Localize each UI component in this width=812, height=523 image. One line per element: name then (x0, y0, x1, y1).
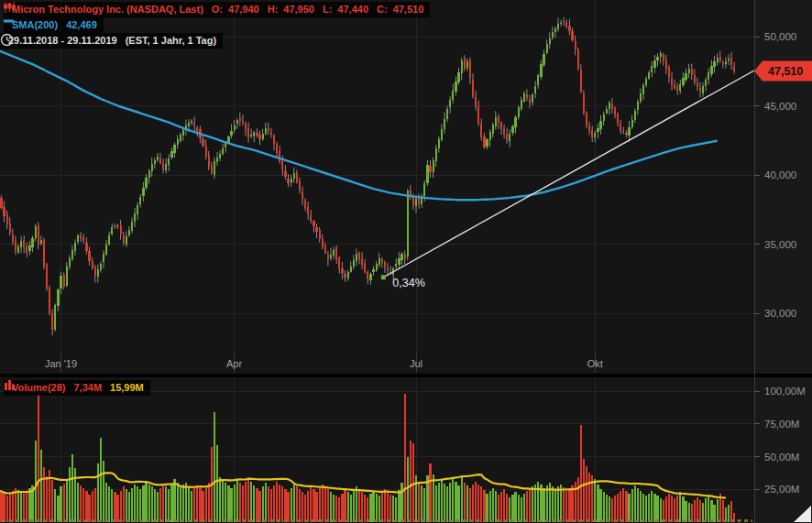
time-tick-label: Okt (587, 358, 603, 369)
volume-tick-label: 25,00M (764, 484, 799, 495)
price-tick-label: 45,000 (764, 101, 796, 112)
last-price-tag[interactable]: 47,510 (754, 61, 812, 82)
timerange-detail: (EST, 1 Jahr, 1 Tag) (126, 34, 216, 47)
open-value: 47,940 (228, 3, 259, 16)
chart-canvas[interactable]: 0,34%Jan '19AprJulOkt50,00045,00040,0003… (0, 0, 812, 523)
volume-legend[interactable]: Volume(28) 7,34M 15,99M (4, 380, 150, 396)
price-tick-label: 30,000 (764, 308, 796, 319)
symbol-legend[interactable]: Micron Technology Inc. (NASDAQ, Last) O:… (4, 2, 430, 17)
sma-label: SMA(200) (12, 18, 58, 31)
price-tick-label: 40,000 (764, 169, 796, 180)
price-plot-area[interactable] (0, 0, 754, 353)
volume-tick-label: 75,00M (764, 419, 799, 430)
timerange-selector[interactable]: 29.11.2018 - 29.11.2019 (EST, 1 Jahr, 1 … (0, 33, 223, 49)
price-tick-label: 50,000 (764, 31, 796, 42)
chart-window: 0,34%Jan '19AprJulOkt50,00045,00040,0003… (0, 0, 812, 523)
open-label: O: (212, 3, 223, 16)
volume-tick-label: 50,00M (764, 452, 799, 463)
last-price-value: 47,510 (768, 65, 803, 78)
pane-divider[interactable] (0, 374, 812, 377)
time-tick-label: Apr (226, 358, 242, 369)
sma-value: 42,469 (66, 18, 97, 31)
sma-legend[interactable]: SMA(200) 42,469 (4, 17, 104, 33)
close-value: 47,510 (393, 3, 424, 16)
high-value: 47,950 (283, 3, 314, 16)
high-label: H: (268, 3, 279, 16)
volume-current-value: 7,34M (73, 381, 102, 394)
time-tick-label: Jul (410, 358, 422, 369)
symbol-title: Micron Technology Inc. (NASDAQ, Last) (12, 3, 203, 16)
volume-ma-value: 15,99M (110, 381, 144, 394)
close-label: C: (377, 3, 388, 16)
volume-label: Volume(28) (12, 381, 65, 394)
low-value: 47,440 (337, 3, 368, 16)
volume-tick-label: 100,00M (764, 386, 806, 397)
trendline-anchor-handle[interactable] (381, 275, 386, 279)
timerange-value: 29.11.2018 - 29.11.2019 (8, 34, 117, 47)
time-tick-label: Jan '19 (45, 358, 77, 369)
price-tick-label: 35,000 (764, 239, 796, 250)
low-label: L: (323, 3, 332, 16)
trendline-percent-label: 0,34% (392, 277, 424, 289)
